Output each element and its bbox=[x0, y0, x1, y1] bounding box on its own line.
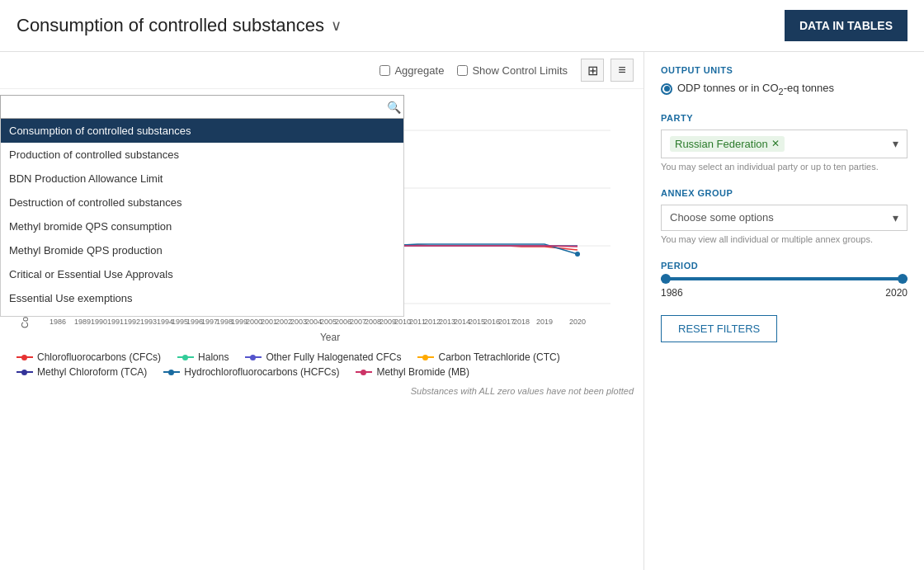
period-slider-left-handle[interactable] bbox=[661, 274, 671, 284]
period-slider-right-handle[interactable] bbox=[898, 274, 908, 284]
legend-other-cfcs-label: Other Fully Halogenated CFCs bbox=[266, 351, 401, 363]
legend-halons: Halons bbox=[177, 351, 229, 363]
sidebar: OUTPUT UNITS ODP tonnes or in CO2-eq ton… bbox=[644, 52, 924, 570]
chart-area: 🔍 Consumption of controlled substances P… bbox=[0, 52, 644, 570]
dropdown-item-3[interactable]: Destruction of controlled substances bbox=[1, 191, 403, 214]
aggregate-checkbox[interactable] bbox=[380, 65, 390, 76]
svg-text:1991: 1991 bbox=[107, 318, 124, 326]
toolbar: 🔍 Consumption of controlled substances P… bbox=[0, 52, 644, 89]
show-control-limits-checkbox[interactable] bbox=[457, 65, 468, 76]
legend-cfcs: Chlorofluorocarbons (CFCs) bbox=[16, 351, 161, 363]
legend-other-cfcs: Other Fully Halogenated CFCs bbox=[245, 351, 401, 363]
title-text: Consumption of controlled substances bbox=[16, 15, 324, 36]
legend-tca: Methyl Chloroform (TCA) bbox=[16, 366, 147, 378]
dropdown-item-7[interactable]: Essential Use exemptions bbox=[1, 286, 403, 310]
svg-text:2020: 2020 bbox=[569, 318, 586, 326]
main-layout: 🔍 Consumption of controlled substances P… bbox=[0, 52, 924, 570]
show-control-limits-label[interactable]: Show Control Limits bbox=[457, 64, 568, 77]
legend-halons-label: Halons bbox=[198, 351, 229, 363]
party-tag-remove[interactable]: ✕ bbox=[771, 138, 780, 149]
party-section: PARTY Russian Federation ✕ ▾ You may sel… bbox=[661, 113, 908, 172]
output-units-value: ODP tonnes or in CO2-eq tonnes bbox=[677, 82, 834, 97]
party-tag: Russian Federation ✕ bbox=[670, 136, 785, 152]
legend-hcfcs-label: Hydrochlorofluorocarbons (HCFCs) bbox=[184, 366, 339, 378]
period-label: PERIOD bbox=[661, 261, 908, 271]
dropdown-item-1[interactable]: Production of controlled substances bbox=[1, 143, 403, 167]
party-hint: You may select an individual party or up… bbox=[661, 162, 908, 172]
toolbar-icons: ⊞ ≡ bbox=[581, 59, 634, 82]
zero-note: Substances with ALL zero values have not… bbox=[0, 384, 644, 399]
page-title: Consumption of controlled substances ∨ bbox=[16, 15, 342, 36]
period-range: 1986 2020 bbox=[661, 287, 908, 299]
dropdown-item-0[interactable]: Consumption of controlled substances bbox=[1, 119, 403, 143]
dropdown-search-button[interactable]: 🔍 bbox=[387, 101, 401, 114]
dropdown-item-8[interactable]: Critical use exemptions bbox=[1, 310, 403, 317]
party-label: PARTY bbox=[661, 113, 908, 123]
header: Consumption of controlled substances ∨ D… bbox=[0, 0, 924, 52]
svg-text:1992: 1992 bbox=[124, 318, 140, 326]
dropdown-item-6[interactable]: Critical or Essential Use Approvals bbox=[1, 262, 403, 286]
legend-ctc-label: Carbon Tetrachloride (CTC) bbox=[438, 351, 559, 363]
legend-ctc: Carbon Tetrachloride (CTC) bbox=[417, 351, 559, 363]
menu-icon[interactable]: ≡ bbox=[610, 59, 634, 82]
annex-group-hint: You may view all individual or multiple … bbox=[661, 234, 908, 244]
dropdown-item-4[interactable]: Methyl bromide QPS consumption bbox=[1, 214, 403, 238]
svg-text:2018: 2018 bbox=[513, 318, 530, 326]
output-units-radio[interactable]: ODP tonnes or in CO2-eq tonnes bbox=[661, 82, 908, 97]
legend-mb: Methyl Bromide (MB) bbox=[356, 366, 469, 378]
annex-group-select[interactable]: Choose some options ▾ bbox=[661, 205, 908, 231]
party-select-chevron: ▾ bbox=[893, 137, 898, 150]
legend-hcfcs: Hydrochlorofluorocarbons (HCFCs) bbox=[163, 366, 339, 378]
period-start: 1986 bbox=[661, 287, 683, 299]
dropdown-list: Consumption of controlled substances Pro… bbox=[0, 119, 404, 317]
reset-filters-button[interactable]: RESET FILTERS bbox=[661, 315, 777, 342]
legend-tca-label: Methyl Chloroform (TCA) bbox=[37, 366, 147, 378]
svg-text:2019: 2019 bbox=[536, 318, 553, 326]
output-units-label: OUTPUT UNITS bbox=[661, 65, 908, 75]
legend-mb-label: Methyl Bromide (MB) bbox=[376, 366, 469, 378]
radio-dot-inner bbox=[664, 86, 670, 92]
svg-text:1986: 1986 bbox=[50, 318, 66, 326]
output-units-section: OUTPUT UNITS ODP tonnes or in CO2-eq ton… bbox=[661, 65, 908, 97]
annex-group-placeholder: Choose some options bbox=[670, 211, 774, 224]
svg-text:1993: 1993 bbox=[140, 318, 157, 326]
svg-text:1989: 1989 bbox=[74, 318, 91, 326]
aggregate-checkbox-label[interactable]: Aggregate bbox=[380, 64, 444, 77]
annex-group-label: ANNEX GROUP bbox=[661, 188, 908, 198]
chart-legend: Chlorofluorocarbons (CFCs) Halons Other … bbox=[0, 345, 644, 384]
svg-text:1990: 1990 bbox=[91, 318, 107, 326]
dropdown-item-2[interactable]: BDN Production Allowance Limit bbox=[1, 167, 403, 191]
title-chevron[interactable]: ∨ bbox=[331, 16, 342, 35]
dropdown-overlay: 🔍 Consumption of controlled substances P… bbox=[0, 95, 404, 317]
show-control-limits-text: Show Control Limits bbox=[472, 64, 568, 77]
svg-text:Year: Year bbox=[320, 332, 340, 343]
annex-group-chevron: ▾ bbox=[893, 211, 898, 224]
legend-cfcs-label: Chlorofluorocarbons (CFCs) bbox=[37, 351, 161, 363]
annex-group-section: ANNEX GROUP Choose some options ▾ You ma… bbox=[661, 188, 908, 244]
period-section: PERIOD 1986 2020 bbox=[661, 261, 908, 299]
table-view-icon[interactable]: ⊞ bbox=[581, 59, 604, 82]
dropdown-item-5[interactable]: Methyl Bromide QPS production bbox=[1, 238, 403, 262]
period-end: 2020 bbox=[885, 287, 908, 299]
period-slider-fill bbox=[661, 277, 908, 280]
svg-point-62 bbox=[575, 252, 580, 257]
period-slider-track[interactable] bbox=[661, 277, 908, 280]
radio-dot bbox=[661, 83, 672, 95]
data-in-tables-button[interactable]: DATA IN TABLES bbox=[785, 10, 908, 41]
dropdown-search-input[interactable] bbox=[0, 95, 404, 119]
party-select[interactable]: Russian Federation ✕ ▾ bbox=[661, 130, 908, 158]
dropdown-search-wrap: 🔍 bbox=[0, 95, 404, 119]
aggregate-label: Aggregate bbox=[394, 64, 444, 77]
party-tag-text: Russian Federation bbox=[675, 138, 768, 150]
